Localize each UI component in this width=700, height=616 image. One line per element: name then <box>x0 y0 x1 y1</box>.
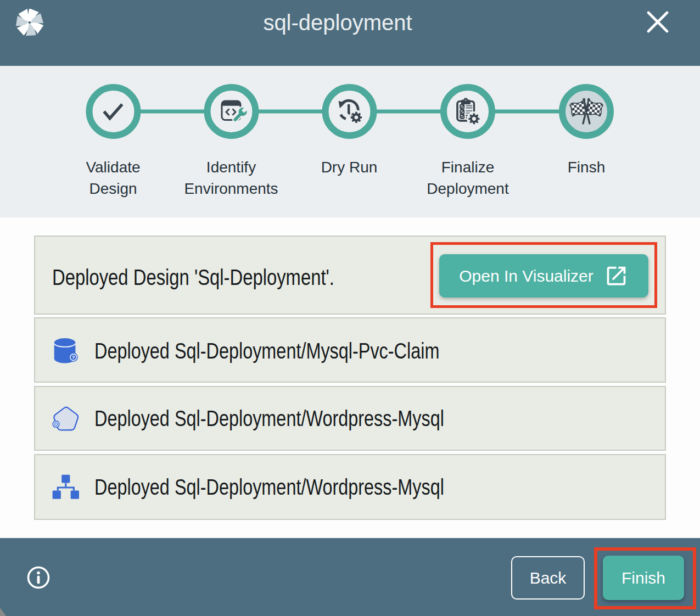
svg-text:?: ? <box>72 354 75 360</box>
